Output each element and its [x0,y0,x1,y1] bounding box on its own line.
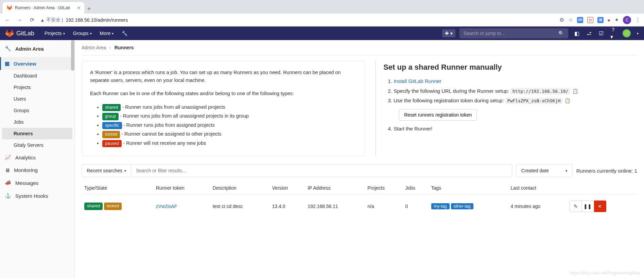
nav-groups[interactable]: Groups▾ [70,29,95,38]
intro-p1: A 'Runner' is a process which runs a job… [90,69,356,84]
wrench-icon: 🔧 [5,46,11,52]
th-last: Last contact [508,182,567,194]
online-count: Runners currently online: 1 [576,168,637,174]
row-tag-1: my-tag [431,203,450,209]
th-proj: Projects [365,182,402,194]
gitlab-logo[interactable]: GitLab [5,29,34,37]
gitlab-favicon [7,5,12,11]
user-avatar[interactable] [623,29,631,37]
sidebar-groups[interactable]: Groups [0,105,74,116]
messages-icon: 📣 [5,180,11,186]
th-type: Type/State [82,182,153,194]
sidebar-messages[interactable]: 📣 Messages [0,176,74,189]
watermark: https://blog.csdn.net/ProgrammingWay [570,271,640,275]
breadcrumb-separator: › [109,45,111,50]
analytics-icon: 📈 [5,154,11,160]
browser-tab-bar: Runners · Admin Area · GitLab × + [0,0,644,14]
copy-url-icon[interactable]: 📋 [572,87,578,96]
todos-icon[interactable]: ☑ [598,30,604,36]
translate-icon[interactable]: ⚙ [559,17,564,23]
main-content: Admin Area › Runners A 'Runner' is a pro… [75,40,644,278]
hooks-icon: ⚓ [5,193,11,199]
filter-input[interactable] [131,164,512,177]
th-desc: Description [210,182,269,194]
menu-icon[interactable]: ⋮ [635,17,641,23]
ext-shield-icon[interactable]: ◻ [587,17,593,23]
row-ip: 192.168.56.11 [305,194,365,219]
ext-record-icon[interactable]: ● [608,17,610,23]
badge-locked: locked [102,131,120,138]
monitoring-icon: 🖥 [5,167,10,173]
extensions-icon[interactable]: ✦ [614,17,619,23]
tab-title: Runners · Admin Area · GitLab [15,5,70,10]
sidebar-dashboard[interactable]: Dashboard [0,70,74,82]
edit-button[interactable]: ✎ [570,201,582,212]
runners-table: Type/State Runner token Description Vers… [82,182,637,218]
ext-translate-icon[interactable]: 译 [597,17,604,23]
sidebar-jobs[interactable]: Jobs [0,116,74,128]
table-row: shared locked zVw2isAF test ci cd desc 1… [82,194,637,219]
profile-avatar[interactable]: C [623,16,631,24]
row-badge-shared: shared [84,203,103,210]
scrollbar-thumb[interactable] [71,40,74,71]
sidebar-gitaly[interactable]: Gitaly Servers [0,139,74,151]
search-icon: 🔍 [558,31,564,36]
intro-p2: Each Runner can be in one of the followi… [90,90,356,98]
help-icon[interactable]: ？▾ [610,30,616,36]
row-desc: test ci cd desc [210,194,269,219]
browser-tab[interactable]: Runners · Admin Area · GitLab × [3,2,84,14]
pause-button[interactable]: ❚❚ [582,201,594,212]
row-jobs: 0 [402,194,428,219]
sidebar-overview[interactable]: ▦ Overview [0,57,74,70]
forward-button[interactable]: → [16,16,24,24]
address-bar: ← → ⟳ ▲ 不安全 | 192.168.56.10/admin/runner… [0,14,644,27]
row-badge-locked: locked [104,203,122,210]
row-tag-2: other-tag [451,203,473,209]
search-placeholder: Search or jump to... [464,31,505,36]
sidebar-header[interactable]: 🔧 Admin Area [0,40,74,57]
global-search[interactable]: Search or jump to... 🔍 [459,28,568,38]
user-menu-chevron[interactable]: ▾ [637,32,639,35]
sidebar-monitoring[interactable]: 🖥 Monitoring [0,164,74,176]
reset-token-button[interactable]: Reset runners registration token [399,109,477,121]
sidebar-analytics[interactable]: 📈 Analytics [0,151,74,164]
nav-more[interactable]: More▾ [97,29,117,38]
th-ip: IP Address [305,182,365,194]
sidebar-users[interactable]: Users [0,93,74,105]
sidebar-runners[interactable]: Runners [2,128,72,139]
badge-shared: shared [102,104,121,111]
insecure-warning: ▲ 不安全 | [40,17,63,23]
badge-group: group [102,113,119,120]
close-tab-icon[interactable]: × [77,5,80,11]
new-tab-button[interactable]: + [84,4,94,14]
merge-requests-icon[interactable]: ⥄ [586,30,592,36]
back-button[interactable]: ← [3,16,12,24]
nav-projects[interactable]: Projects▾ [41,29,68,38]
ext-jh-icon[interactable]: JH [577,17,583,23]
admin-sidebar: 🔧 Admin Area ▦ Overview Dashboard Projec… [0,40,75,278]
new-button[interactable]: ✚ ▾ [442,29,455,37]
install-link[interactable]: Install GitLab Runner [394,78,441,84]
bookmark-icon[interactable]: ☆ [568,17,573,23]
row-version: 13.4.0 [269,194,305,219]
reload-button[interactable]: ⟳ [28,16,36,24]
breadcrumb-current: Runners [115,45,134,50]
badge-specific: specific [102,122,122,129]
gitlab-header: GitLab Projects▾ Groups▾ More▾ 🔧 ✚ ▾ Sea… [0,27,644,40]
browser-extensions: ⚙ ☆ JH ◻ 译 ● ✦ C ⋮ [559,16,641,24]
breadcrumb: Admin Area › Runners [82,40,637,55]
copy-token-icon[interactable]: 📋 [564,96,570,105]
url-field[interactable]: ▲ 不安全 | 192.168.56.10/admin/runners [40,17,555,23]
sort-select[interactable]: Created date▾ [516,164,572,177]
row-projects: n/a [365,194,402,219]
th-token: Runner token [153,182,210,194]
sidebar-hooks[interactable]: ⚓ System Hooks [0,189,74,202]
nav-wrench-icon[interactable]: 🔧 [118,29,131,38]
sidebar-projects[interactable]: Projects [0,82,74,93]
issues-icon[interactable]: ◧ [574,30,580,36]
breadcrumb-admin[interactable]: Admin Area [82,45,106,50]
runner-token-link[interactable]: zVw2isAF [156,204,177,209]
delete-button[interactable]: ✕ [594,201,606,212]
recent-searches-button[interactable]: Recent searches▾ [82,164,131,177]
setup-url: http://192.168.56.10/ [510,88,570,94]
